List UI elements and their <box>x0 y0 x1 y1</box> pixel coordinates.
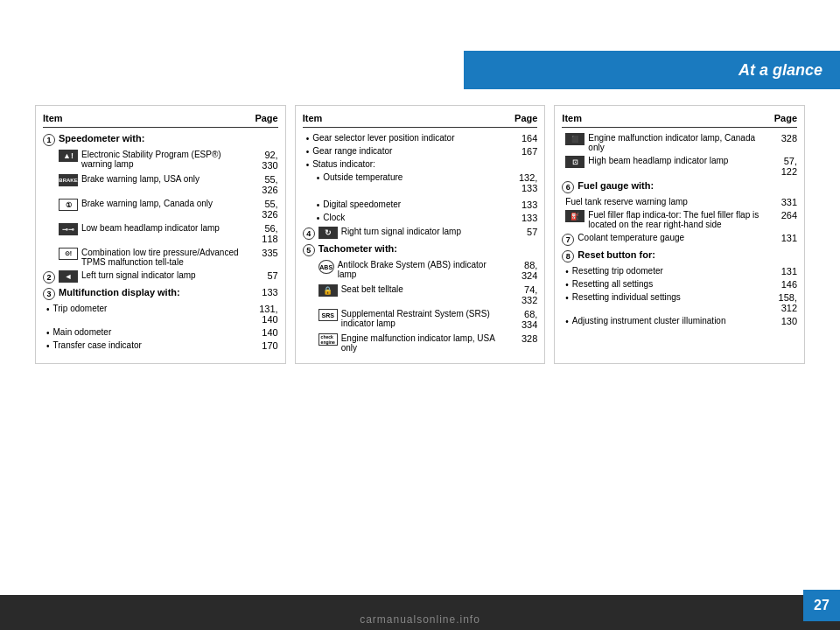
check-engine-usa-row: checkengine Engine malfunction indicator… <box>303 333 538 353</box>
reset-title: Reset button for: <box>578 249 655 260</box>
gear-range-page: 167 <box>507 146 537 157</box>
tpms-icon: ⊙! <box>59 248 78 260</box>
gear-selector-row: • Gear selector lever position indicator… <box>303 133 538 144</box>
num-5-circle: 5 <box>303 244 315 256</box>
abs-row: ABS Antilock Brake System (ABS) indicato… <box>303 260 538 281</box>
digital-speedo-page: 133 <box>507 200 537 210</box>
num-8-circle: 8 <box>562 250 574 262</box>
header-bar: At a glance <box>464 51 840 89</box>
high-beam-row: ⊡ High beam headlamp indicator lamp 57,1… <box>562 156 797 177</box>
reset-individual-text: Resetting individual settings <box>572 292 766 302</box>
gear-selector-bullet: • <box>306 134 310 144</box>
engine-canada-text: Engine malfunction indicator lamp, Canad… <box>588 133 766 152</box>
right-turn-section: 4 ↻ Right turn signal indicator lamp 57 <box>303 227 538 240</box>
right-turn-page: 57 <box>507 227 537 237</box>
brake-usa-page: 55,326 <box>248 174 278 195</box>
bullet1: • <box>46 304 50 314</box>
left-turn-icon: ◄ <box>59 270 78 283</box>
brake-usa-text: Brake warning lamp, USA only <box>81 174 248 184</box>
main-odo-page: 140 <box>248 327 278 338</box>
digital-speedo-text: Digital speedometer <box>323 200 507 209</box>
reset-individual-bullet: • <box>565 293 569 303</box>
trip-odo-page: 131,140 <box>248 304 278 325</box>
num-2-circle: 2 <box>43 271 55 284</box>
adjust-bullet: • <box>565 317 569 326</box>
reset-individual-page: 158,312 <box>766 292 797 313</box>
col1-item-label: Item <box>43 113 63 123</box>
check-engine-usa-page: 328 <box>507 333 537 344</box>
page-number: 27 <box>814 598 830 613</box>
num-7-circle: 7 <box>562 234 574 246</box>
srs-row: SRS Supplemental Restraint System (SRS) … <box>303 309 538 330</box>
gear-range-row: • Gear range indicator 167 <box>303 146 538 157</box>
content-area: Item Page 1 Speedometer with: ▲! Electro… <box>35 105 805 364</box>
brake-canada-page: 55,326 <box>248 199 278 220</box>
main-odo-text: Main odometer <box>53 327 248 337</box>
seatbelt-row: 🔒 Seat belt telltale 74,332 <box>303 284 538 305</box>
clock-text: Clock <box>323 213 507 222</box>
brake-canada-row: ① Brake warning lamp, Canada only 55,326 <box>43 199 278 220</box>
esp-text: Electronic Stability Program (ESP®) warn… <box>81 150 248 169</box>
reset-all-bullet: • <box>565 280 569 290</box>
digital-speedo-row: • Digital speedometer 133 <box>303 200 538 210</box>
status-bullet: • <box>306 160 310 170</box>
clock-page: 133 <box>507 213 537 223</box>
lowbeam-row: ⊸⊸ Low beam headlamp indicator lamp 56,1… <box>43 223 278 244</box>
srs-icon: SRS <box>318 309 338 321</box>
gear-range-text: Gear range indicator <box>312 146 507 156</box>
right-turn-text: Right turn signal indicator lamp <box>341 227 508 236</box>
outside-temp-page: 132,133 <box>507 172 537 193</box>
high-beam-text: High beam headlamp indicator lamp <box>588 156 766 165</box>
fuel-reserve-row: Fuel tank reserve warning lamp 331 <box>562 197 797 207</box>
status-indicator-text: Status indicator: <box>312 159 507 169</box>
fuel-gauge-section: 6 Fuel gauge with: <box>562 180 797 193</box>
gear-range-bullet: • <box>306 147 310 157</box>
engine-canada-icon: ⬛ <box>565 133 584 145</box>
seatbelt-icon: 🔒 <box>318 284 338 297</box>
fuel-filler-icon: ⛽ <box>565 210 584 222</box>
esp-row: ▲! Electronic Stability Program (ESP®) w… <box>43 150 278 171</box>
bullet3: • <box>46 341 50 351</box>
abs-text: Antilock Brake System (ABS) indicator la… <box>338 260 508 279</box>
col3-page-label: Page <box>774 113 797 123</box>
digital-speedo-bullet: • <box>317 200 320 210</box>
adjust-illumination-text: Adjusting instrument cluster illuminatio… <box>572 316 766 326</box>
brake-icon: BRAKE <box>59 174 78 186</box>
column-2: Item Page • Gear selector lever position… <box>295 105 546 364</box>
col3-header: Item Page <box>562 113 797 128</box>
reset-all-text: Resetting all settings <box>572 279 766 289</box>
transfer-case-text: Transfer case indicator <box>53 340 248 350</box>
engine-canada-page: 328 <box>766 133 797 144</box>
gear-selector-page: 164 <box>507 133 537 144</box>
left-turn-text: Left turn signal indicator lamp <box>81 270 248 280</box>
tachometer-label: Tachometer with: <box>318 243 538 254</box>
adjust-illumination-row: • Adjusting instrument cluster illuminat… <box>562 316 797 326</box>
column-3: Item Page ⬛ Engine malfunction indicator… <box>554 105 805 364</box>
num-3-circle: 3 <box>43 288 55 300</box>
col3-item-label: Item <box>562 113 582 123</box>
tpms-row: ⊙! Combination low tire pressure/Advance… <box>43 248 278 267</box>
transfer-case-row: • Transfer case indicator 170 <box>43 340 278 351</box>
brake-canada-text: Brake warning lamp, Canada only <box>81 199 248 208</box>
transfer-case-page: 170 <box>248 340 278 351</box>
srs-page: 68,334 <box>507 309 537 330</box>
trip-odometer-row: • Trip odometer 131,140 <box>43 304 278 325</box>
tachometer-section: 5 Tachometer with: <box>303 243 538 256</box>
reset-individual-row: • Resetting individual settings 158,312 <box>562 292 797 313</box>
gear-selector-text: Gear selector lever position indicator <box>312 133 507 143</box>
seatbelt-page: 74,332 <box>507 284 537 305</box>
speedometer-section: 1 Speedometer with: <box>43 133 278 146</box>
check-engine-usa-icon: checkengine <box>318 333 338 346</box>
fuel-filler-text: Fuel filler flap indica-tor: The fuel fi… <box>588 210 766 229</box>
brake-canada-icon: ① <box>59 199 78 211</box>
coolant-section: 7 Coolant temperature gauge 131 <box>562 233 797 246</box>
speedometer-label: Speedometer with: <box>59 133 278 144</box>
tpms-page: 335 <box>248 248 278 258</box>
outside-temp-row: • Outside temperature 132,133 <box>303 172 538 193</box>
speedometer-title: Speedometer with: <box>59 133 144 144</box>
lowbeam-icon: ⊸⊸ <box>59 223 78 235</box>
reset-trip-text: Resetting trip odometer <box>572 266 766 276</box>
fuel-gauge-title: Fuel gauge with: <box>578 180 654 191</box>
right-turn-icon: ↻ <box>318 227 338 239</box>
abs-page: 88,324 <box>507 260 537 281</box>
